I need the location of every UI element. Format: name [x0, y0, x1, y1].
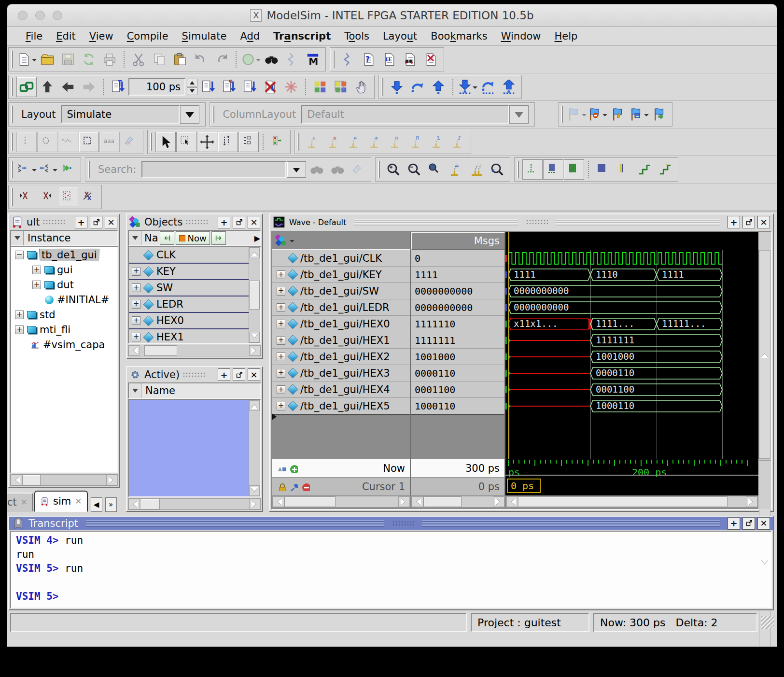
expand-icon[interactable]: + — [132, 316, 140, 325]
next-edge-button[interactable] — [406, 132, 427, 152]
zoom-window-button[interactable] — [53, 11, 62, 20]
sim-hscrollbar[interactable] — [10, 474, 118, 486]
menu-compile[interactable]: Compile — [120, 30, 175, 42]
expand-icon[interactable]: + — [32, 281, 41, 289]
wave-header-canvas[interactable] — [505, 232, 758, 250]
unknown-doc-button[interactable] — [58, 187, 78, 207]
pan-mode-button[interactable] — [197, 132, 217, 152]
object-row-key[interactable]: +KEY — [129, 264, 249, 280]
run-all-button[interactable] — [239, 77, 260, 97]
waveform-row[interactable]: 111111101111 — [505, 267, 758, 283]
expand-dropdown[interactable] — [53, 169, 57, 174]
objects-panel-titlebar[interactable]: Objects + ✕ — [127, 214, 262, 230]
sim-panel-titlebar[interactable]: ult + ✕ — [9, 214, 119, 230]
next-falling-edge-button[interactable] — [448, 132, 468, 152]
find-button[interactable] — [261, 49, 281, 70]
scroll-right-button[interactable] — [493, 496, 504, 507]
waveform-row[interactable]: 0000000000 — [505, 299, 758, 316]
panel-drag-area[interactable] — [86, 520, 384, 527]
wave-cursor-view-button[interactable] — [522, 159, 543, 180]
wave-steps-c-button[interactable] — [655, 159, 675, 180]
object-row-hex1[interactable]: +HEX1 — [129, 329, 249, 344]
toolbar-grip[interactable] — [11, 161, 13, 178]
transcript-prompt-line[interactable]: VSIM 5> — [16, 591, 766, 605]
panel-add-button[interactable]: + — [728, 216, 740, 228]
wave-vscrollbar[interactable] — [758, 250, 771, 459]
signal-row[interactable]: +/tb_de1_gui/HEX5 — [272, 398, 410, 414]
signal-row[interactable]: +/tb_de1_gui/HEX2 — [272, 349, 410, 365]
wave-hscrollbar[interactable] — [506, 496, 758, 508]
tree-row-tb-de1-gui[interactable]: −tb_de1_gui — [11, 247, 117, 262]
waveform-row[interactable]: 0000000000 — [505, 283, 758, 299]
active-hscrollbar[interactable] — [128, 498, 261, 510]
panel-drag-handle[interactable] — [185, 219, 208, 225]
redo-button[interactable] — [211, 49, 232, 70]
expand-net-right-button[interactable] — [16, 159, 37, 180]
signal-row[interactable]: +/tb_de1_gui/KEY — [272, 267, 410, 283]
goto-previous-button[interactable] — [160, 231, 174, 245]
help-doc-button[interactable]: ? — [359, 49, 379, 70]
panel-add-button[interactable]: + — [75, 216, 87, 228]
minimize-window-button[interactable] — [35, 11, 45, 20]
tab-project[interactable]: ct✕ — [7, 493, 33, 512]
scroll-left-button[interactable] — [273, 496, 284, 507]
object-row-hex0[interactable]: +HEX0 — [129, 313, 249, 329]
expand-button[interactable] — [240, 49, 261, 70]
toolbar-grip[interactable] — [11, 188, 13, 206]
delete-cursor-button[interactable] — [323, 132, 344, 152]
search-doc-button[interactable] — [400, 49, 420, 70]
cut-button[interactable] — [128, 49, 149, 70]
scroll-left-button[interactable] — [11, 475, 22, 485]
panel-drag-handle[interactable] — [42, 219, 65, 225]
signal-filter-button[interactable] — [267, 132, 288, 152]
wave-steps-a-button[interactable] — [614, 159, 634, 180]
object-row-ledr[interactable]: +LEDR — [129, 296, 249, 313]
object-row-sw[interactable]: +SW — [129, 280, 249, 296]
signal-group-icon[interactable] — [275, 234, 287, 247]
panel-close-button[interactable]: ✕ — [248, 216, 260, 228]
instance-tree[interactable]: −tb_de1_gui +gui +dut #INITIAL# +std — [10, 246, 118, 473]
active-process-list[interactable] — [128, 399, 261, 497]
run-length-input[interactable]: 100 ps — [128, 78, 185, 96]
expand-icon[interactable]: + — [277, 320, 285, 328]
toolbar-grip[interactable] — [517, 161, 519, 178]
zoom-full-button[interactable] — [425, 159, 445, 180]
bookmark-delete-button[interactable] — [587, 104, 607, 125]
expand-icon[interactable]: + — [277, 303, 285, 312]
bookmark-toggle-button[interactable] — [566, 104, 587, 125]
search-dropdown-button[interactable] — [287, 161, 306, 178]
objects-column-header[interactable]: Na Now ▶ — [128, 230, 261, 246]
color-tool-button[interactable] — [120, 132, 140, 152]
wave-steps-b-button[interactable] — [634, 159, 655, 180]
ellipse-tool-button[interactable] — [37, 132, 57, 152]
toolbar-grip[interactable] — [11, 106, 13, 123]
select-mode-button[interactable] — [155, 132, 176, 152]
lock-cursor-icon[interactable] — [277, 482, 286, 491]
toolbar-grip[interactable] — [561, 106, 563, 123]
bookmark-save-button[interactable] — [629, 104, 649, 125]
column-layout-dropdown-button[interactable] — [509, 105, 529, 124]
panel-drag-handle[interactable] — [392, 521, 414, 526]
menu-help[interactable]: Help — [547, 30, 584, 42]
step-into-button[interactable] — [387, 77, 407, 97]
signal-row[interactable]: +/tb_de1_gui/SW — [272, 283, 410, 299]
waveform-row[interactable]: 0000110 — [505, 365, 758, 381]
environment-forward-button[interactable] — [79, 77, 99, 97]
waveform-row[interactable]: 1111111 — [505, 332, 758, 349]
scroll-left-button[interactable] — [128, 345, 140, 356]
panel-close-button[interactable]: ✕ — [248, 368, 260, 381]
panel-float-button[interactable] — [233, 216, 245, 228]
scroll-down-button[interactable] — [249, 332, 260, 342]
cursor-track[interactable]: 0 ps — [505, 477, 758, 495]
bookmark-save-dropdown[interactable] — [644, 114, 649, 119]
scroll-up-button[interactable] — [759, 250, 770, 459]
transcript-console[interactable]: VSIM 4> run run VSIM 5> run VSIM 5> — [10, 531, 772, 608]
panel-add-button[interactable]: + — [218, 368, 230, 381]
waveform-row[interactable] — [505, 250, 758, 267]
expand-dropdown[interactable] — [32, 169, 37, 174]
values-hscrollbar[interactable] — [411, 496, 505, 508]
step-into-current-button[interactable] — [457, 77, 477, 97]
menu-add[interactable]: Add — [233, 30, 266, 42]
tab-scroll-left-button[interactable]: ◀ — [91, 497, 102, 512]
expand-icon[interactable]: + — [15, 325, 24, 334]
